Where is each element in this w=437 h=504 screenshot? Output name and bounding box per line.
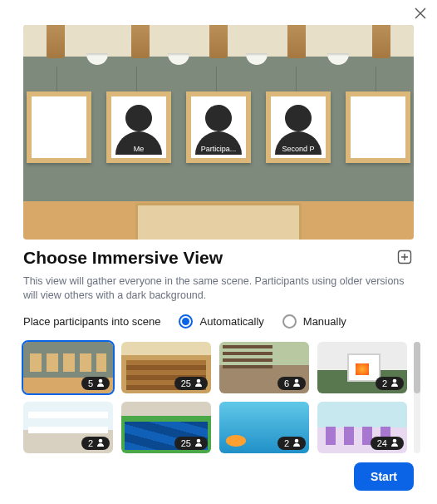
capacity-value: 25 [181,438,191,448]
person-icon [96,438,105,448]
capacity-badge: 25 [174,437,208,450]
capacity-value: 2 [284,438,289,448]
person-icon [96,378,105,388]
add-scene-button[interactable] [397,250,414,266]
plus-square-icon [397,253,412,267]
capacity-badge: 2 [376,377,404,390]
capacity-value: 5 [88,378,93,388]
scene-thumb-cafe[interactable]: 6 [219,342,309,393]
svg-point-8 [393,438,397,442]
capacity-badge: 25 [174,377,208,390]
radio-manually[interactable]: Manually [282,314,346,329]
capacity-badge: 6 [277,377,306,390]
preview-frame: Participa... [186,91,251,163]
capacity-badge: 24 [371,437,404,450]
preview-bench [135,203,302,240]
person-icon [292,378,301,388]
radio-label: Manually [303,315,346,328]
capacity-value: 6 [284,378,289,388]
page-subtitle: This view will gather everyone in the sa… [23,274,414,303]
participant-label: Me [134,145,145,153]
scene-thumb-underwater[interactable]: 2 [219,402,309,453]
avatar-icon: Me [115,100,163,155]
scene-grid: 5 25 6 2 2 [23,342,407,453]
capacity-value: 2 [382,378,387,388]
radio-icon [179,314,193,329]
preview-frame-inner [351,96,405,158]
capacity-value: 25 [181,378,191,388]
svg-point-6 [197,438,201,442]
radio-automatically[interactable]: Automatically [179,314,263,329]
scene-scrollbar[interactable] [414,342,420,453]
preview-beam [209,25,228,58]
page-title: Choose Immersive View [23,248,223,268]
capacity-badge: 2 [81,437,110,450]
start-button[interactable]: Start [354,462,414,491]
preview-beam [47,25,65,58]
scrollbar-thumb[interactable] [414,342,420,393]
preview-beam [287,25,306,58]
radio-icon [282,314,297,329]
scene-thumb-learning[interactable]: 24 [317,402,407,453]
capacity-badge: 5 [81,377,110,390]
svg-point-7 [295,438,299,442]
capacity-badge: 2 [277,437,306,450]
preview-beam [131,25,150,58]
participant-label: Participa... [201,145,237,153]
preview-light [246,53,268,65]
svg-point-1 [99,378,103,383]
preview-frame: Me [106,91,171,163]
svg-point-3 [295,378,299,383]
preview-frame [346,91,410,163]
person-icon [194,438,203,448]
placement-label: Place participants into scene [23,315,160,328]
preview-beam [372,25,390,58]
preview-frame-inner [32,96,86,158]
participant-label: Second P [282,145,314,153]
scene-preview: Me Participa... Second P [23,25,414,240]
scene-thumb-stadium[interactable]: 25 [121,402,211,453]
close-icon [415,7,426,22]
capacity-value: 24 [377,438,387,448]
preview-light [168,53,189,65]
preview-light [327,53,349,65]
svg-point-4 [393,378,397,383]
avatar-icon: Participa... [194,100,243,155]
scene-thumb-fireplace[interactable]: 2 [317,342,407,393]
svg-point-5 [99,438,103,442]
preview-frame [27,91,91,163]
radio-label: Automatically [199,315,263,328]
person-icon [194,378,203,388]
capacity-value: 2 [88,438,93,448]
person-icon [390,378,399,388]
person-icon [390,438,399,448]
scene-thumb-kitchen[interactable]: 2 [23,402,113,453]
preview-light [86,53,108,65]
scene-thumb-classroom[interactable]: 25 [121,342,211,393]
scene-thumb-gallery[interactable]: 5 [23,342,113,393]
svg-point-2 [197,378,201,383]
avatar-icon: Second P [274,100,322,155]
person-icon [292,438,301,448]
preview-frames: Me Participa... Second P [23,91,414,163]
preview-frame: Second P [266,91,331,163]
close-button[interactable] [412,7,429,23]
